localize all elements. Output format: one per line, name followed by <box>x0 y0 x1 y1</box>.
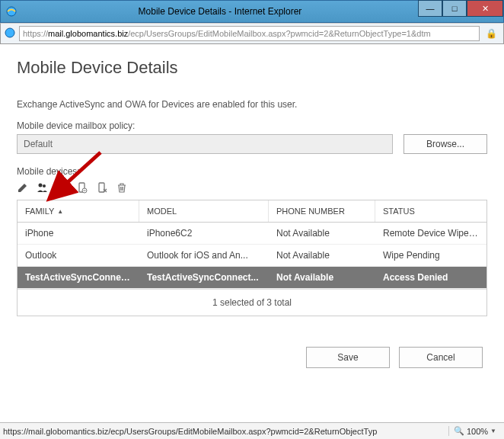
page-title: Mobile Device Details <box>17 58 487 78</box>
zoom-value: 100% <box>467 427 488 436</box>
grid-header: FAMILY▲ MODEL PHONE NUMBER STATUS <box>18 200 486 223</box>
page-content: Mobile Device Details Exchange ActiveSyn… <box>0 44 504 376</box>
devices-grid: FAMILY▲ MODEL PHONE NUMBER STATUS iPhone… <box>17 200 487 316</box>
window-titlebar: Mobile Device Details - Internet Explore… <box>0 0 504 23</box>
cell-family: Outlook <box>18 245 139 266</box>
status-url: https://mail.globomantics.biz/ecp/UsersG… <box>3 427 444 436</box>
cancel-button[interactable]: Cancel <box>399 347 483 368</box>
block-users-icon[interactable] <box>37 181 49 194</box>
edit-icon[interactable] <box>17 181 29 194</box>
url-path: /ecp/UsersGroups/EditMobileMailbox.aspx?… <box>128 29 430 38</box>
maximize-button[interactable]: □ <box>442 0 467 17</box>
chevron-down-icon: ▼ <box>490 428 496 434</box>
magnifier-icon: 🔍 <box>454 426 464 436</box>
sort-asc-icon: ▲ <box>57 208 63 215</box>
ie-favicon-icon <box>4 27 16 41</box>
wipe-account-icon[interactable] <box>96 181 108 194</box>
col-header-phone[interactable]: PHONE NUMBER <box>269 200 375 222</box>
save-button[interactable]: Save <box>306 347 390 368</box>
devices-toolbar <box>17 181 487 194</box>
table-row[interactable]: iPhoneiPhone6C2Not AvailableRemote Devic… <box>18 223 486 245</box>
status-bar: https://mail.globomantics.biz/ecp/UsersG… <box>0 422 504 439</box>
grid-body: iPhoneiPhone6C2Not AvailableRemote Devic… <box>18 223 486 289</box>
cell-model: iPhone6C2 <box>139 223 269 244</box>
cell-family: TestActiveSyncConnect... <box>18 267 139 288</box>
ie-logo-icon <box>5 5 18 18</box>
delete-icon[interactable] <box>116 181 128 194</box>
grid-footer: 1 selected of 3 total <box>18 289 486 316</box>
col-header-model[interactable]: MODEL <box>139 200 269 222</box>
minimize-button[interactable]: — <box>418 0 442 17</box>
dialog-actions: Save Cancel <box>17 347 487 368</box>
window-controls: — □ ✕ <box>418 1 503 22</box>
policy-input[interactable] <box>17 134 393 154</box>
cell-phone: Not Available <box>269 267 375 288</box>
cell-phone: Not Available <box>269 223 375 244</box>
col-header-status[interactable]: STATUS <box>375 200 486 222</box>
cell-model: Outlook for iOS and An... <box>139 245 269 266</box>
wipe-device-icon[interactable] <box>76 181 88 194</box>
allow-users-icon[interactable] <box>56 181 69 194</box>
lock-icon: 🔒 <box>483 28 500 39</box>
url-host: mail.globomantics.biz <box>48 29 128 38</box>
cell-status: Access Denied <box>375 267 486 288</box>
info-text: Exchange ActiveSync and OWA for Devices … <box>17 99 487 110</box>
svg-point-1 <box>5 28 14 37</box>
browse-button[interactable]: Browse... <box>404 134 487 154</box>
cell-phone: Not Available <box>269 245 375 266</box>
svg-point-3 <box>43 184 46 187</box>
table-row[interactable]: TestActiveSyncConnect...TestActiveSyncCo… <box>18 267 486 289</box>
svg-point-4 <box>59 184 62 187</box>
table-row[interactable]: OutlookOutlook for iOS and An...Not Avai… <box>18 245 486 267</box>
cell-family: iPhone <box>18 223 139 244</box>
svg-point-2 <box>39 184 43 187</box>
address-bar: https://mail.globomantics.biz/ecp/UsersG… <box>0 23 504 44</box>
svg-rect-8 <box>99 183 104 192</box>
window-title: Mobile Device Details - Internet Explore… <box>22 6 418 17</box>
zoom-control[interactable]: 🔍 100% ▼ <box>448 426 501 436</box>
close-button[interactable]: ✕ <box>467 0 503 17</box>
cell-status: Wipe Pending <box>375 245 486 266</box>
cell-status: Remote Device Wipe Su... <box>375 223 486 244</box>
policy-label: Mobile device mailbox policy: <box>17 120 487 131</box>
devices-label: Mobile devices: <box>17 166 487 177</box>
col-header-family[interactable]: FAMILY▲ <box>18 200 139 222</box>
svg-point-5 <box>62 184 65 187</box>
cell-model: TestActiveSyncConnect... <box>139 267 269 288</box>
url-input[interactable]: https://mail.globomantics.biz/ecp/UsersG… <box>19 26 480 41</box>
url-protocol: https:// <box>23 29 48 38</box>
